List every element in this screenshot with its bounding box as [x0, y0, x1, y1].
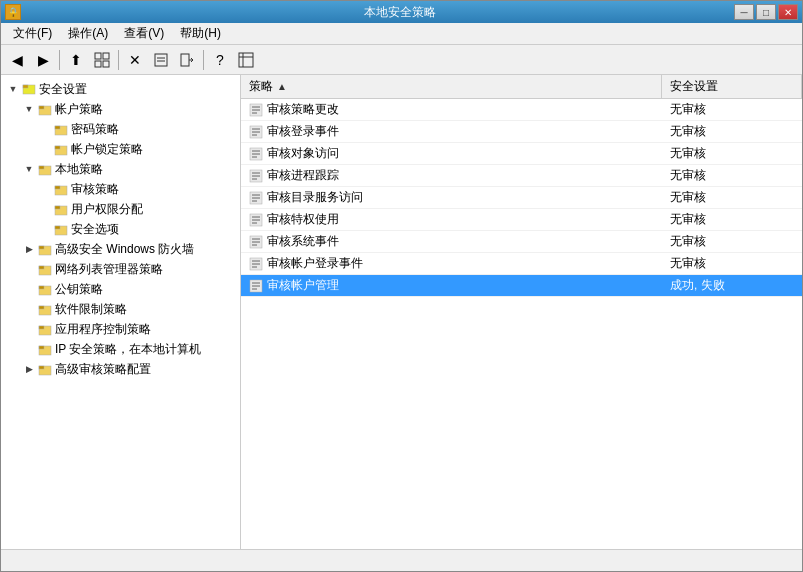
- list-row-5[interactable]: 审核特权使用 无审核: [241, 209, 802, 231]
- expand-firewall[interactable]: ▶: [21, 241, 37, 257]
- menu-view[interactable]: 查看(V): [116, 23, 172, 44]
- expand-pubkey[interactable]: [21, 281, 37, 297]
- tree-item-local-policy[interactable]: ▼ 本地策略: [1, 159, 240, 179]
- svg-rect-19: [55, 146, 60, 149]
- list-row-3[interactable]: 审核进程跟踪 无审核: [241, 165, 802, 187]
- up-button[interactable]: ⬆: [64, 48, 88, 72]
- svg-rect-1: [103, 53, 109, 59]
- tree-item-password-policy[interactable]: 密码策略: [1, 119, 240, 139]
- view-button[interactable]: [90, 48, 114, 72]
- tree-item-firewall[interactable]: ▶ 高级安全 Windows 防火墙: [1, 239, 240, 259]
- policy-label-5: 审核特权使用: [267, 211, 339, 228]
- policy-cell-6: 审核系统事件: [241, 231, 662, 252]
- svg-rect-3: [103, 61, 109, 67]
- svg-rect-37: [39, 326, 44, 329]
- tree-item-lockout[interactable]: 帐户锁定策略: [1, 139, 240, 159]
- policy-label-1: 审核登录事件: [267, 123, 339, 140]
- svg-rect-4: [155, 54, 167, 66]
- col-security-label: 安全设置: [670, 79, 718, 93]
- expand-software[interactable]: [21, 301, 37, 317]
- maximize-button[interactable]: □: [756, 4, 776, 20]
- policy-label-2: 审核对象访问: [267, 145, 339, 162]
- tree-item-user-rights[interactable]: 用户权限分配: [1, 199, 240, 219]
- help-button[interactable]: ?: [208, 48, 232, 72]
- expand-root[interactable]: ▼: [5, 81, 21, 97]
- tree-item-security-options[interactable]: 安全选项: [1, 219, 240, 239]
- security-value-3: 无审核: [670, 167, 706, 184]
- tree-item-account-policy[interactable]: ▼ 帐户策略: [1, 99, 240, 119]
- menu-help[interactable]: 帮助(H): [172, 23, 229, 44]
- delete-button[interactable]: ✕: [123, 48, 147, 72]
- svg-rect-39: [39, 346, 44, 349]
- expand-local[interactable]: ▼: [21, 161, 37, 177]
- expand-network[interactable]: [21, 261, 37, 277]
- tree-item-advanced-audit[interactable]: ▶ 高级审核策略配置: [1, 359, 240, 379]
- list-row-2[interactable]: 审核对象访问 无审核: [241, 143, 802, 165]
- svg-rect-0: [95, 53, 101, 59]
- tree-item-audit[interactable]: 审核策略: [1, 179, 240, 199]
- tree-item-software[interactable]: 软件限制策略: [1, 299, 240, 319]
- expand-lockout[interactable]: [37, 141, 53, 157]
- menu-action[interactable]: 操作(A): [60, 23, 116, 44]
- tree-panel[interactable]: ▼ 安全设置 ▼ 帐户策略: [1, 75, 241, 549]
- list-header: 策略 ▲ 安全设置: [241, 75, 802, 99]
- expand-security-options[interactable]: [37, 221, 53, 237]
- lockout-icon: [53, 141, 69, 157]
- policy-cell-4: 审核目录服务访问: [241, 187, 662, 208]
- svg-rect-25: [55, 206, 60, 209]
- tree-label-advanced-audit: 高级审核策略配置: [55, 360, 151, 378]
- row-icon-3: [249, 169, 263, 183]
- export-button[interactable]: [175, 48, 199, 72]
- row-icon-1: [249, 125, 263, 139]
- expand-applocker[interactable]: [21, 321, 37, 337]
- menu-file[interactable]: 文件(F): [5, 23, 60, 44]
- svg-rect-41: [39, 366, 44, 369]
- list-row-6[interactable]: 审核系统事件 无审核: [241, 231, 802, 253]
- minimize-button[interactable]: ─: [734, 4, 754, 20]
- security-value-2: 无审核: [670, 145, 706, 162]
- list-row-4[interactable]: 审核目录服务访问 无审核: [241, 187, 802, 209]
- tree-label-pubkey: 公钥策略: [55, 280, 103, 298]
- properties-button[interactable]: [149, 48, 173, 72]
- list-row-8[interactable]: 审核帐户管理 成功, 失败: [241, 275, 802, 297]
- forward-button[interactable]: ▶: [31, 48, 55, 72]
- tree-item-applocker[interactable]: 应用程序控制策略: [1, 319, 240, 339]
- svg-rect-13: [23, 85, 28, 88]
- tree-label-ipsec: IP 安全策略，在本地计算机: [55, 340, 201, 358]
- title-bar: 🔒 本地安全策略 ─ □ ✕: [1, 1, 802, 23]
- pubkey-icon: [37, 281, 53, 297]
- toolbar-separator-3: [203, 50, 204, 70]
- row-icon-2: [249, 147, 263, 161]
- tree-label-lockout: 帐户锁定策略: [71, 140, 143, 158]
- tree-item-ipsec[interactable]: IP 安全策略，在本地计算机: [1, 339, 240, 359]
- menu-bar: 文件(F) 操作(A) 查看(V) 帮助(H): [1, 23, 802, 45]
- expand-ipsec[interactable]: [21, 341, 37, 357]
- tree-item-pubkey[interactable]: 公钥策略: [1, 279, 240, 299]
- col-header-security[interactable]: 安全设置: [662, 75, 802, 98]
- security-cell-2: 无审核: [662, 143, 802, 164]
- account-policy-icon: [37, 101, 53, 117]
- row-icon-8: [249, 279, 263, 293]
- tree-item-network[interactable]: 网络列表管理器策略: [1, 259, 240, 279]
- close-button[interactable]: ✕: [778, 4, 798, 20]
- back-button[interactable]: ◀: [5, 48, 29, 72]
- tree-item-root[interactable]: ▼ 安全设置: [1, 79, 240, 99]
- security-cell-0: 无审核: [662, 99, 802, 120]
- expand-user-rights[interactable]: [37, 201, 53, 217]
- row-icon-4: [249, 191, 263, 205]
- local-policy-icon: [37, 161, 53, 177]
- expand-advanced-audit[interactable]: ▶: [21, 361, 37, 377]
- policy-label-7: 审核帐户登录事件: [267, 255, 363, 272]
- toolbar: ◀ ▶ ⬆ ✕: [1, 45, 802, 75]
- security-options-icon: [53, 221, 69, 237]
- expand-password[interactable]: [37, 121, 53, 137]
- svg-rect-15: [39, 106, 44, 109]
- tree-label-software: 软件限制策略: [55, 300, 127, 318]
- list-row-7[interactable]: 审核帐户登录事件 无审核: [241, 253, 802, 275]
- col-header-policy[interactable]: 策略 ▲: [241, 75, 662, 98]
- list-row-0[interactable]: 审核策略更改 无审核: [241, 99, 802, 121]
- expand-account[interactable]: ▼: [21, 101, 37, 117]
- expand-audit[interactable]: [37, 181, 53, 197]
- list-row-1[interactable]: 审核登录事件 无审核: [241, 121, 802, 143]
- grid-button[interactable]: [234, 48, 258, 72]
